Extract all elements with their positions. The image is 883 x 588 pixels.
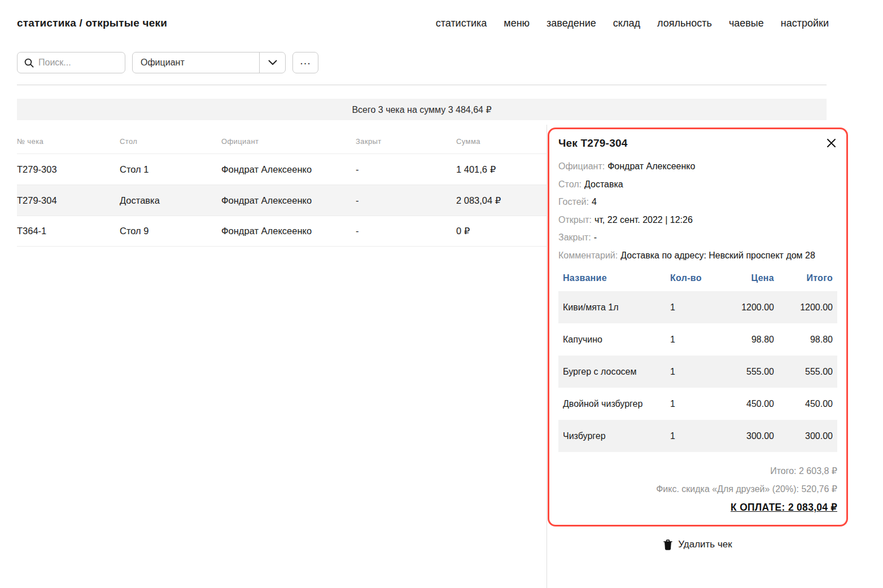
item-name: Киви/мята 1л [563,302,670,313]
search-input[interactable] [38,58,118,68]
table-row[interactable]: T279-303 Стол 1 Фондрат Алексеенко - 1 4… [17,153,547,185]
nav-item-loyalty[interactable]: лояльность [657,17,712,29]
nav-item-menu[interactable]: меню [504,17,530,29]
item-name: Двойной чизбургер [563,399,670,409]
item-qty: 1 [670,335,711,345]
check-waiter: Фондрат Алексеенко [221,195,356,206]
field-value: Фондрат Алексеенко [607,161,695,171]
check-table: Стол 1 [120,164,221,175]
waiter-filter-label: Официант [133,58,259,68]
item-qty: 1 [670,431,711,441]
check-sum: 1 401,6 ₽ [456,164,547,175]
breadcrumb[interactable]: статистика / открытые чеки [17,17,167,29]
item-name: Бургер с лососем [563,367,670,377]
delete-check-button[interactable]: Удалить чек [548,539,848,550]
item-name: Капучино [563,335,670,345]
discount-text: Фикс. скидка «Для друзей» (20%): 520,76 … [558,480,837,498]
subtotal-text: Итого: 2 603,8 ₽ [558,462,837,480]
field-table: Стол:Доставка [558,175,837,194]
nav-item-stock[interactable]: склад [613,17,640,29]
check-detail-panel: Чек T279-304 Официант:Фондрат Алексеенко… [547,125,883,588]
check-id: T279-303 [17,164,120,175]
field-waiter: Официант:Фондрат Алексеенко [558,157,837,175]
field-label: Гостей: [558,197,589,207]
trash-icon [663,539,672,550]
check-id: T364-1 [17,226,120,236]
field-comment: Комментарий:Доставка по адресу: Невский … [558,247,837,265]
item-row: Киви/мята 1л 1 1200.00 1200.00 [558,291,837,323]
item-total: 98.80 [774,335,833,345]
more-options-button[interactable]: ... [292,52,318,73]
field-value: Доставка [584,179,623,189]
checks-table: № чека Стол Официант Закрыт Сумма T279-3… [0,125,547,588]
content-area: № чека Стол Официант Закрыт Сумма T279-3… [0,125,883,588]
check-waiter: Фондрат Алексеенко [221,226,356,236]
item-qty: 1 [670,302,711,313]
col-item-name: Название [563,273,670,283]
check-closed: - [356,164,456,175]
check-sum: 0 ₽ [456,226,547,236]
item-price: 1200.00 [711,302,774,313]
to-pay-text: К ОПЛАТЕ: 2 083,04 ₽ [731,502,837,514]
delete-check-label: Удалить чек [678,539,732,550]
field-guests: Гостей:4 [558,193,837,211]
check-table: Стол 9 [120,226,221,236]
waiter-filter-dropdown[interactable]: Официант [132,52,286,73]
item-price: 300.00 [711,431,774,441]
check-totals: Итого: 2 603,8 ₽ Фикс. скидка «Для друзе… [558,462,837,514]
filters-toolbar: Официант ... [17,52,827,73]
items-table-header: Название Кол-во Цена Итого [558,273,837,291]
checks-table-header: № чека Стол Официант Закрыт Сумма [17,137,547,153]
top-bar: статистика / открытые чеки статистика ме… [0,0,883,29]
toolbar-divider [17,85,827,85]
main-nav: статистика меню заведение склад лояльнос… [436,17,829,29]
more-options-icon: ... [300,54,311,67]
nav-item-venue[interactable]: заведение [547,17,596,29]
search-box[interactable] [17,52,125,73]
item-qty: 1 [670,399,711,409]
field-value: - [594,232,597,242]
search-icon [24,58,34,68]
item-total: 300.00 [774,431,833,441]
item-price: 98.80 [711,335,774,345]
field-value: чт, 22 сент. 2022 | 12:26 [595,215,693,225]
check-waiter: Фондрат Алексеенко [221,164,356,175]
check-fields: Официант:Фондрат Алексеенко Стол:Доставк… [558,157,837,264]
chevron-down-icon[interactable] [259,52,285,73]
field-value: 4 [592,197,597,207]
check-table: Доставка [120,195,221,206]
item-row: Двойной чизбургер 1 450.00 450.00 [558,388,837,420]
nav-item-settings[interactable]: настройки [781,17,829,29]
nav-item-statistics[interactable]: статистика [436,17,487,29]
table-row-selected[interactable]: T279-304 Доставка Фондрат Алексеенко - 2… [17,185,547,216]
check-id: T279-304 [17,195,120,206]
field-label: Закрыт: [558,232,591,242]
col-item-qty: Кол-во [670,273,711,283]
item-row: Бургер с лососем 1 555.00 555.00 [558,356,837,388]
item-price: 555.00 [711,367,774,377]
close-icon[interactable] [827,138,836,148]
item-name: Чизбургер [563,431,670,441]
item-total: 450.00 [774,399,833,409]
nav-item-tips[interactable]: чаевые [729,17,764,29]
check-sum: 2 083,04 ₽ [456,195,547,206]
item-qty: 1 [670,367,711,377]
items-table-body: Киви/мята 1л 1 1200.00 1200.00 Капучино … [558,291,837,452]
check-items-table: Название Кол-во Цена Итого Киви/мята 1л … [558,273,837,452]
field-closed: Закрыт:- [558,229,837,247]
col-closed: Закрыт [356,137,456,146]
item-row: Чизбургер 1 300.00 300.00 [558,420,837,452]
check-detail-card: Чек T279-304 Официант:Фондрат Алексеенко… [548,128,848,526]
item-total: 1200.00 [774,302,833,313]
field-label: Официант: [558,161,605,171]
check-closed: - [356,226,456,236]
table-row[interactable]: T364-1 Стол 9 Фондрат Алексеенко - 0 ₽ [17,216,547,247]
col-waiter: Официант [221,137,356,146]
open-checks-page: статистика / открытые чеки статистика ме… [0,0,883,588]
field-label: Стол: [558,179,582,189]
item-price: 450.00 [711,399,774,409]
field-label: Открыт: [558,215,592,225]
summary-text: Всего 3 чека на сумму 3 484,64 ₽ [352,104,491,115]
field-value: Доставка по адресу: Невский проспект дом… [620,251,815,260]
col-sum: Сумма [456,137,547,146]
